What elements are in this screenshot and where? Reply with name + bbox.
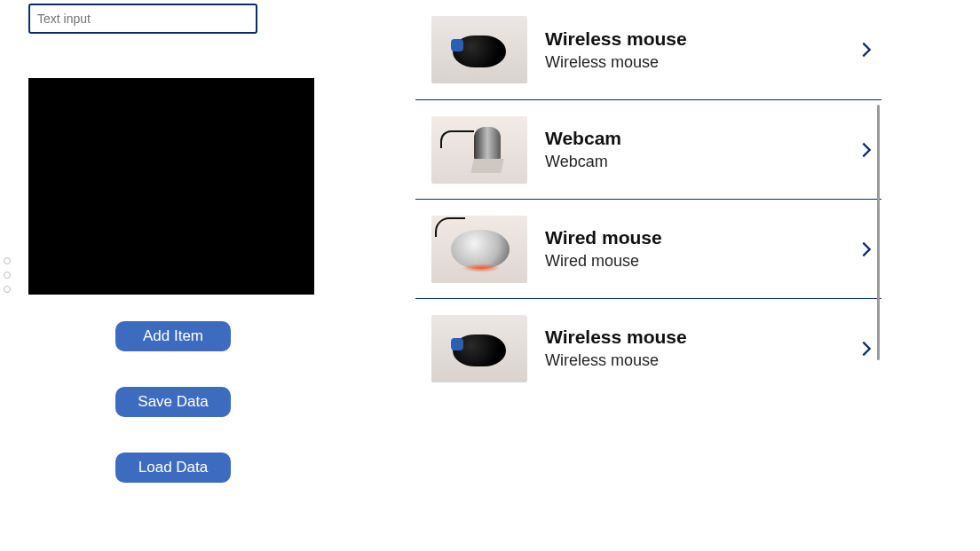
load-data-button[interactable]: Load Data	[115, 453, 231, 483]
item-text: Wired mouse Wired mouse	[545, 227, 857, 271]
item-text: Webcam Webcam	[545, 128, 857, 171]
item-title: Wired mouse	[545, 227, 857, 248]
left-panel: Add Item Save Data Load Data	[28, 0, 348, 483]
dot	[4, 257, 11, 264]
item-subtitle: Webcam	[545, 153, 857, 171]
list-item[interactable]: Wireless mouse Wireless mouse	[415, 298, 881, 398]
item-text: Wireless mouse Wireless mouse	[545, 327, 857, 370]
save-data-button[interactable]: Save Data	[115, 387, 231, 417]
dot	[4, 286, 11, 293]
item-thumbnail	[431, 315, 527, 382]
camera-preview	[28, 78, 314, 295]
page-indicator-dots	[4, 257, 11, 293]
chevron-right-icon	[857, 339, 876, 358]
item-list: Wireless mouse Wireless mouse Webcam Web…	[415, 0, 881, 551]
item-subtitle: Wired mouse	[545, 252, 857, 271]
list-item[interactable]: Wireless mouse Wireless mouse	[415, 0, 881, 99]
item-thumbnail	[431, 216, 527, 283]
dot	[4, 272, 11, 279]
text-input[interactable]	[28, 4, 257, 34]
list-item[interactable]: Wired mouse Wired mouse	[415, 199, 881, 298]
item-title: Webcam	[545, 128, 857, 149]
list-item[interactable]: Webcam Webcam	[415, 99, 881, 199]
chevron-right-icon	[857, 240, 876, 259]
chevron-right-icon	[857, 40, 876, 59]
item-subtitle: Wireless mouse	[545, 351, 857, 370]
chevron-right-icon	[857, 140, 876, 160]
item-text: Wireless mouse Wireless mouse	[545, 28, 857, 72]
add-item-button[interactable]: Add Item	[115, 321, 231, 351]
scrollbar[interactable]	[877, 105, 880, 360]
item-thumbnail	[431, 116, 527, 184]
item-title: Wireless mouse	[545, 327, 857, 348]
item-subtitle: Wireless mouse	[545, 53, 857, 72]
item-thumbnail	[431, 16, 527, 83]
item-title: Wireless mouse	[545, 28, 857, 50]
